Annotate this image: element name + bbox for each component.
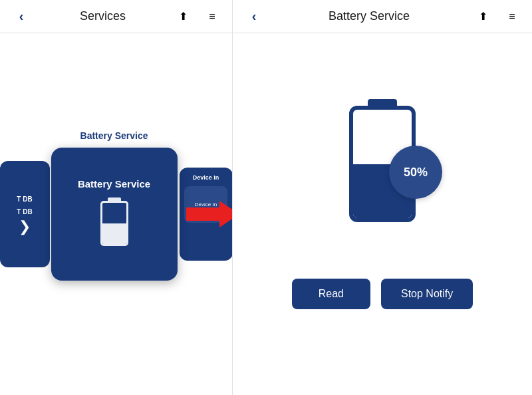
card-left-label2: T DB xyxy=(15,205,33,218)
read-button[interactable]: Read xyxy=(292,279,370,309)
left-panel: ‹ Services ⬆ ≡ T DB T DB ❯ Battery Servi… xyxy=(0,0,233,395)
right-share-icon: ⬆ xyxy=(479,10,487,23)
battery-fill-small xyxy=(102,223,126,244)
right-back-button[interactable]: ‹ xyxy=(243,6,265,27)
left-back-icon: ‹ xyxy=(19,9,24,24)
bottom-buttons: Read Stop Notify xyxy=(292,279,473,309)
card-left-partial[interactable]: T DB T DB ❯ xyxy=(0,161,50,267)
svg-marker-0 xyxy=(186,201,232,227)
card-main-label: Battery Service xyxy=(78,178,150,190)
left-content: T DB T DB ❯ Battery Service Battery Serv… xyxy=(0,33,232,395)
right-menu-icon: ≡ xyxy=(509,11,515,23)
right-back-icon: ‹ xyxy=(252,9,257,24)
right-menu-button[interactable]: ≡ xyxy=(503,7,521,26)
left-share-button[interactable]: ⬆ xyxy=(174,7,192,26)
right-title: Battery Service xyxy=(265,9,473,23)
card-main-title-above: Battery Service xyxy=(80,130,148,141)
right-panel: ‹ Battery Service ⬆ ≡ 50% xyxy=(233,0,532,395)
card-left-label1: T DB xyxy=(15,193,33,205)
right-header: ‹ Battery Service ⬆ ≡ xyxy=(233,0,532,33)
left-title: Services xyxy=(32,9,174,23)
percentage-text: 50% xyxy=(404,166,428,180)
battery-tip-large xyxy=(368,99,397,106)
red-arrow xyxy=(186,201,232,227)
left-menu-button[interactable]: ≡ xyxy=(203,7,221,26)
left-header: ‹ Services ⬆ ≡ xyxy=(0,0,232,33)
battery-icon-small xyxy=(98,198,131,251)
battery-tip-small xyxy=(108,198,121,201)
battery-body-small xyxy=(100,201,128,246)
left-back-button[interactable]: ‹ xyxy=(11,6,32,27)
right-share-button[interactable]: ⬆ xyxy=(473,7,492,26)
menu-icon: ≡ xyxy=(209,11,215,23)
card-left-icon: ❯ xyxy=(19,218,31,235)
card-right-label: Device In xyxy=(190,174,222,181)
stop-notify-button[interactable]: Stop Notify xyxy=(381,279,473,309)
card-main-battery[interactable]: Battery Service Battery Service xyxy=(51,148,178,281)
battery-visual-container: 50% xyxy=(346,99,419,232)
right-header-icons: ⬆ ≡ xyxy=(473,7,521,26)
percentage-circle: 50% xyxy=(389,146,442,199)
left-header-icons: ⬆ ≡ xyxy=(174,7,221,26)
right-content: 50% Read Stop Notify xyxy=(233,33,532,395)
share-icon: ⬆ xyxy=(179,10,188,23)
